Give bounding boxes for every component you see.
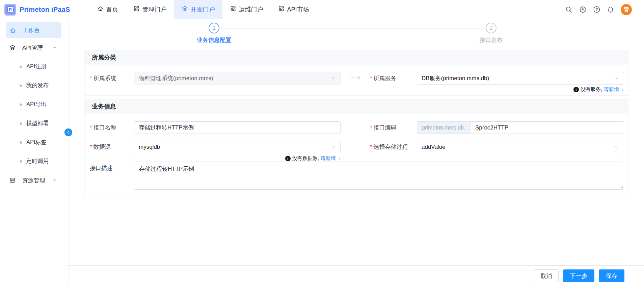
svg-text:AI: AI xyxy=(581,8,584,11)
service-select[interactable]: DB服务(primeton.mms.db) xyxy=(417,72,624,85)
nav-item-label: 开发门户 xyxy=(191,5,215,14)
search-icon[interactable] xyxy=(565,6,572,13)
sidebar-item-label: 工作台 xyxy=(23,26,40,34)
service-label: 所属服务 xyxy=(370,72,417,85)
add-datasource-link[interactable]: 请新增→ xyxy=(321,155,341,162)
system-label: 所属系统 xyxy=(90,72,134,85)
datasource-select[interactable]: mysqldb xyxy=(134,141,341,153)
api-name-input[interactable] xyxy=(134,121,341,134)
chevron-down-icon xyxy=(614,76,619,81)
user-avatar[interactable]: 管 xyxy=(621,4,632,15)
nav-item-label: 运维门户 xyxy=(239,5,263,14)
nav-item-api-market[interactable]: API市场 xyxy=(271,0,317,19)
sidebar-item-api-register[interactable]: API注册 xyxy=(0,57,68,76)
api-code-prefix: primeton.mms.db. xyxy=(417,121,470,134)
svg-text:?: ? xyxy=(596,7,598,11)
sidebar-item-workbench[interactable]: 工作台 xyxy=(6,22,61,38)
sidebar-item-label: API注册 xyxy=(26,63,47,70)
home-icon xyxy=(9,27,16,34)
system-select-value: 物料管理系统(primeton.mms) xyxy=(139,74,213,82)
next-step-button[interactable]: 下一步 xyxy=(563,269,594,282)
description-label: 接口描述 xyxy=(90,162,134,172)
api-code-group: primeton.mms.db. xyxy=(417,121,624,134)
bullet-icon xyxy=(20,141,22,144)
chevron-down-icon xyxy=(331,76,336,81)
primary-nav: 首页 管理门户 开发门户 运维门户 xyxy=(90,0,317,19)
service-select-value: DB服务(primeton.mms.db) xyxy=(422,74,489,82)
system-select[interactable]: 物料管理系统(primeton.mms) xyxy=(134,72,341,85)
nav-item-label: API市场 xyxy=(287,5,309,14)
home-icon xyxy=(97,5,104,14)
sidebar-item-label: 资源管理 xyxy=(22,176,45,184)
step-1-label: 业务信息配置 xyxy=(173,36,254,44)
main-content: 1 业务信息配置 2 接口发布 所属分类 所属系统 物料管理系统(primeto… xyxy=(69,19,644,265)
api-code-input[interactable] xyxy=(470,121,624,134)
sidebar-item-scheduled-call[interactable]: 定时调用 xyxy=(0,152,68,171)
step-2-label: 接口发布 xyxy=(451,36,532,44)
nav-item-dev-portal[interactable]: 开发门户 xyxy=(174,0,222,19)
sidebar-collapse-toggle[interactable] xyxy=(64,128,72,136)
layers-icon xyxy=(182,5,188,14)
info-icon xyxy=(573,87,579,92)
sidebar-item-label: 定时调用 xyxy=(26,158,49,165)
top-actions: AI ? 管 xyxy=(565,4,644,15)
step-connector xyxy=(220,28,486,28)
bullet-icon xyxy=(20,103,22,106)
datasource-select-value: mysqldb xyxy=(139,144,160,150)
hint-text: 没有数据源, xyxy=(292,155,319,162)
sidebar-item-label: API标签 xyxy=(26,139,47,146)
primeton-ipaas-app: P Primeton iPaaS 首页 管理门户 开发门户 xyxy=(0,0,644,286)
database-icon xyxy=(9,177,16,184)
steps-indicator: 1 业务信息配置 2 接口发布 xyxy=(69,19,644,65)
chevron-down-icon xyxy=(331,144,336,149)
sidebar-item-api-export[interactable]: API导出 xyxy=(0,95,68,114)
grid-icon xyxy=(278,5,285,14)
sidebar-item-model-deploy[interactable]: 模型部署 xyxy=(0,114,68,133)
info-icon xyxy=(285,156,291,161)
brand-logo-letter: P xyxy=(7,6,14,13)
grid-icon xyxy=(133,5,140,14)
nav-item-ops-portal[interactable]: 运维门户 xyxy=(222,0,271,19)
sidebar-item-api-management[interactable]: API管理 xyxy=(0,38,68,57)
brand-logo-icon: P xyxy=(4,4,16,16)
brand-name: Primeton iPaaS xyxy=(20,6,70,14)
nav-item-home[interactable]: 首页 xyxy=(90,0,126,19)
no-service-hint: 没有服务,请新增→ xyxy=(573,86,624,93)
help-icon[interactable]: ? xyxy=(593,6,600,13)
api-name-label: 接口名称 xyxy=(90,121,134,134)
add-service-link[interactable]: 请新增→ xyxy=(604,86,624,93)
top-navbar: P Primeton iPaaS 首页 管理门户 开发门户 xyxy=(0,0,644,19)
step-1: 1 业务信息配置 xyxy=(173,23,254,44)
chevron-up-icon xyxy=(52,45,57,50)
sidebar-item-api-tags[interactable]: API标签 xyxy=(0,133,68,152)
sidebar-item-resource-management[interactable]: 资源管理 xyxy=(0,171,68,190)
hint-text: 没有服务, xyxy=(581,86,602,93)
chevron-left-icon xyxy=(66,130,71,135)
sidebar-item-label: 我的发布 xyxy=(26,82,49,89)
notification-bell-icon[interactable] xyxy=(607,6,614,13)
cancel-button[interactable]: 取消 xyxy=(534,269,559,282)
brand[interactable]: P Primeton iPaaS xyxy=(0,4,70,16)
section-business: 业务信息 接口名称 接口编码 primeton.mms.db. xyxy=(84,99,628,196)
dashed-arrow-icon xyxy=(349,75,361,81)
bullet-icon xyxy=(20,122,22,125)
api-code-label: 接口编码 xyxy=(370,121,417,134)
step-2: 2 接口发布 xyxy=(451,23,532,44)
bullet-icon xyxy=(20,66,22,68)
ai-assistant-icon[interactable]: AI xyxy=(579,6,587,14)
datasource-label: 数据源 xyxy=(90,141,134,153)
sidebar-item-label: API导出 xyxy=(26,101,47,108)
sidebar-item-label: API管理 xyxy=(22,44,43,52)
procedure-label: 选择存储过程 xyxy=(370,141,417,153)
nav-item-admin-portal[interactable]: 管理门户 xyxy=(126,0,174,19)
bullet-icon xyxy=(20,85,22,87)
save-button[interactable]: 保存 xyxy=(599,269,624,282)
sidebar: 工作台 API管理 API注册 我的发布 API导出 模型部署 API标签 xyxy=(0,19,69,286)
procedure-select[interactable]: addValue xyxy=(417,141,624,153)
chevron-down-icon xyxy=(52,178,57,183)
sidebar-item-my-publish[interactable]: 我的发布 xyxy=(0,76,68,95)
description-textarea[interactable]: 存储过程转HTTP示例 xyxy=(134,162,624,190)
step-2-circle: 2 xyxy=(486,23,497,33)
nav-item-label: 首页 xyxy=(106,5,118,14)
procedure-select-value: addValue xyxy=(422,144,446,150)
